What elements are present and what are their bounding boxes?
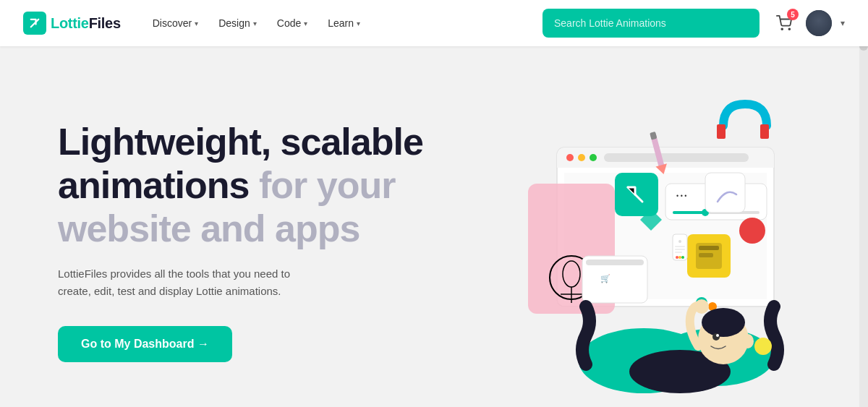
svg-point-1 bbox=[788, 28, 790, 30]
svg-point-58 bbox=[716, 334, 719, 337]
svg-rect-28 bbox=[699, 253, 713, 257]
svg-point-35 bbox=[678, 256, 681, 259]
svg-rect-33 bbox=[675, 252, 682, 253]
logo-icon bbox=[23, 12, 46, 35]
hero-illustration: • • • bbox=[434, 90, 810, 393]
nav-item-discover[interactable]: Discover ▾ bbox=[144, 12, 207, 35]
svg-rect-46 bbox=[717, 124, 726, 139]
cart-badge: 5 bbox=[787, 9, 799, 20]
svg-point-57 bbox=[712, 333, 720, 340]
hero-content: Lightweight, scalable animations for you… bbox=[58, 121, 434, 361]
svg-rect-31 bbox=[675, 246, 685, 247]
svg-rect-22 bbox=[673, 211, 705, 214]
hero-description: LottieFiles provides all the tools that … bbox=[58, 265, 318, 300]
svg-rect-8 bbox=[604, 153, 749, 162]
svg-text:🛒: 🛒 bbox=[600, 273, 610, 283]
svg-point-39 bbox=[739, 218, 765, 244]
navbar: LottieFiles Discover ▾ Design ▾ Code ▾ L… bbox=[0, 0, 868, 46]
nav-right: 5 ▾ bbox=[771, 10, 845, 36]
svg-point-30 bbox=[678, 240, 681, 243]
hero-svg: • • • bbox=[441, 90, 803, 393]
svg-rect-32 bbox=[675, 249, 685, 250]
nav-item-design[interactable]: Design ▾ bbox=[210, 12, 265, 35]
user-dropdown-arrow[interactable]: ▾ bbox=[841, 18, 845, 28]
chevron-down-icon: ▾ bbox=[357, 20, 360, 27]
chevron-down-icon: ▾ bbox=[304, 20, 307, 27]
svg-point-6 bbox=[578, 154, 585, 161]
svg-point-60 bbox=[754, 338, 772, 355]
svg-point-59 bbox=[694, 299, 709, 314]
svg-point-56 bbox=[742, 334, 754, 348]
hero-title: Lightweight, scalable animations for you… bbox=[58, 121, 434, 250]
search-container bbox=[542, 9, 760, 38]
chevron-down-icon: ▾ bbox=[253, 20, 257, 27]
svg-point-36 bbox=[681, 256, 684, 259]
svg-rect-50 bbox=[586, 260, 644, 265]
chevron-down-icon: ▾ bbox=[195, 20, 198, 27]
svg-rect-27 bbox=[699, 246, 719, 250]
avatar-image bbox=[806, 10, 832, 36]
svg-point-55 bbox=[702, 308, 745, 337]
svg-point-7 bbox=[590, 154, 597, 161]
cta-dashboard-button[interactable]: Go to My Dashboard → bbox=[58, 326, 232, 362]
nav-links: Discover ▾ Design ▾ Code ▾ Learn ▾ bbox=[144, 12, 531, 35]
svg-point-34 bbox=[676, 256, 678, 259]
hero-section: Lightweight, scalable animations for you… bbox=[0, 46, 868, 407]
logo-text: LottieFiles bbox=[51, 15, 121, 32]
avatar[interactable] bbox=[806, 10, 832, 36]
svg-rect-45 bbox=[650, 132, 657, 140]
nav-item-code[interactable]: Code ▾ bbox=[268, 12, 316, 35]
nav-item-learn[interactable]: Learn ▾ bbox=[319, 12, 369, 35]
scrollbar[interactable] bbox=[859, 0, 868, 407]
svg-text:• • •: • • • bbox=[676, 192, 686, 200]
svg-point-5 bbox=[566, 154, 574, 161]
search-input[interactable] bbox=[542, 9, 760, 38]
svg-point-0 bbox=[781, 28, 783, 30]
logo[interactable]: LottieFiles bbox=[23, 12, 121, 35]
cart-button[interactable]: 5 bbox=[771, 10, 797, 36]
svg-rect-47 bbox=[760, 124, 769, 139]
